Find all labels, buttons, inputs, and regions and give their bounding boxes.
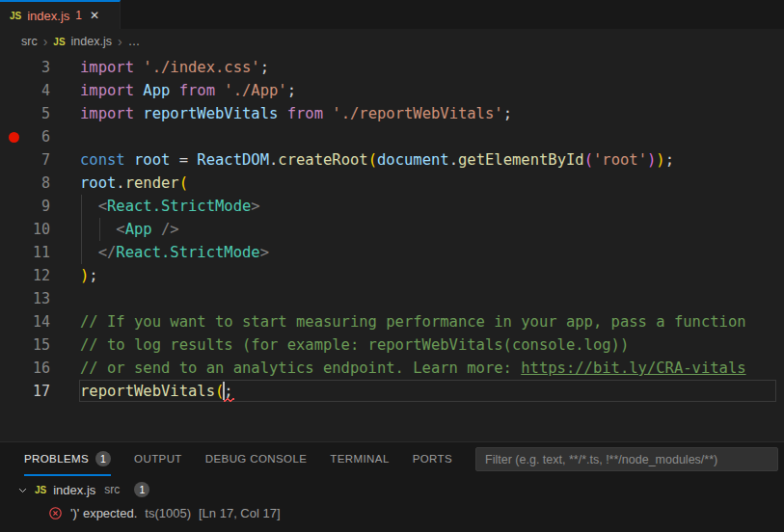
breakpoint-margin[interactable] — [0, 79, 27, 102]
gutter-row: 3 — [0, 56, 80, 79]
panel-tab-bar: PROBLEMS1OUTPUTDEBUG CONSOLETERMINALPORT… — [0, 442, 784, 476]
breakpoint-margin[interactable] — [0, 357, 27, 380]
breakpoint-margin[interactable] — [0, 333, 27, 357]
gutter-row: 13 — [0, 287, 80, 310]
code-token: reportWebVitals — [143, 105, 286, 122]
code-line[interactable]: import App from './App'; — [80, 79, 784, 102]
code-token: from — [179, 82, 225, 99]
code-token: React.StrictMode — [116, 244, 259, 261]
vscode-window: JS index.js 1 ✕ src›JSindex.js›… 3456789… — [0, 0, 784, 532]
line-number: 15 — [27, 336, 50, 354]
line-number: 9 — [27, 198, 50, 215]
breakpoint-margin[interactable] — [0, 218, 27, 241]
tab-file-name: index.js — [27, 9, 69, 23]
breakpoint-margin[interactable] — [0, 241, 27, 264]
breakpoint-margin[interactable] — [0, 287, 27, 310]
breakpoint-margin[interactable] — [0, 102, 27, 125]
code-line[interactable]: root.render( — [80, 172, 784, 195]
code-line[interactable]: <React.StrictMode> — [80, 195, 784, 218]
code-token: ReactDOM — [197, 151, 269, 169]
gutter-row: 5 — [0, 102, 80, 125]
code-token: . — [116, 174, 124, 192]
code-token: ; — [287, 82, 296, 99]
panel-tab-debug-console[interactable]: DEBUG CONSOLE — [205, 442, 308, 476]
code-line[interactable]: // to log results (for example: reportWe… — [80, 333, 784, 357]
line-number: 13 — [27, 290, 50, 307]
gutter-row: 16 — [0, 357, 80, 380]
code-token: < — [80, 198, 107, 215]
breakpoint-margin[interactable] — [0, 264, 27, 287]
code-token: React.StrictMode — [107, 198, 251, 215]
breakpoint-margin[interactable] — [0, 310, 27, 333]
panel-tab-ports[interactable]: PORTS — [413, 442, 452, 476]
line-number: 11 — [27, 244, 50, 261]
code-token: > — [251, 198, 259, 215]
line-number: 5 — [27, 105, 50, 122]
code-line[interactable]: import reportWebVitals from './reportWeb… — [80, 102, 784, 125]
code-line[interactable]: </React.StrictMode> — [80, 241, 784, 264]
panel-tab-terminal[interactable]: TERMINAL — [330, 442, 389, 476]
code-line[interactable]: ); — [80, 264, 784, 287]
breakpoint-margin[interactable] — [0, 380, 27, 403]
line-number: 14 — [27, 313, 50, 331]
breakpoint-margin[interactable] — [0, 195, 27, 218]
breakpoint-margin[interactable] — [0, 125, 27, 148]
code-token: ) — [647, 151, 656, 169]
code-token: import — [80, 59, 143, 76]
code-token: ( — [179, 174, 188, 192]
panel-tab-label: PROBLEMS — [24, 453, 89, 465]
code-token: root — [134, 151, 179, 169]
js-file-icon: JS — [10, 11, 21, 21]
problems-filter-input[interactable] — [475, 447, 778, 471]
comment-link[interactable]: https://bit.ly/CRA-vitals — [521, 359, 745, 377]
code-token: root — [80, 174, 116, 192]
code-line[interactable] — [80, 125, 784, 148]
tab-index-js[interactable]: JS index.js 1 ✕ — [0, 0, 121, 29]
breakpoint-icon — [9, 132, 19, 143]
panel-tab-output[interactable]: OUTPUT — [134, 442, 182, 476]
gutter-row: 8 — [0, 172, 80, 195]
close-icon[interactable]: ✕ — [90, 9, 99, 22]
line-number: 12 — [27, 267, 50, 284]
code-line[interactable]: <App /> — [80, 218, 784, 241]
breakpoint-margin[interactable] — [0, 56, 27, 79]
code-token: ) — [656, 151, 664, 169]
code-token: . — [269, 151, 278, 169]
code-area[interactable]: import './index.css';import App from './… — [80, 56, 784, 403]
gutter-row: 6 — [0, 125, 80, 148]
panel-tab-label: DEBUG CONSOLE — [205, 453, 308, 465]
problems-file-count-badge: 1 — [134, 482, 149, 497]
code-editor[interactable]: 34567891011121314151617 import './index.… — [0, 54, 784, 441]
problems-tree: JS index.js src 1 ')' expected. ts(1005)… — [0, 476, 784, 524]
panel-tab-label: PORTS — [413, 453, 452, 465]
line-number: 17 — [27, 383, 50, 400]
problems-file-row[interactable]: JS index.js src 1 — [0, 478, 784, 501]
breadcrumb-item[interactable]: index.js — [71, 35, 112, 48]
code-line[interactable] — [80, 287, 784, 310]
code-token: reportWebVitals — [80, 383, 215, 400]
breakpoint-margin[interactable] — [0, 172, 27, 195]
breadcrumb-separator-icon: › — [118, 35, 122, 48]
breakpoint-margin[interactable] — [0, 148, 27, 172]
gutter-row: 4 — [0, 79, 80, 102]
editor-gutter[interactable]: 34567891011121314151617 — [0, 56, 80, 403]
code-token: getElementById — [458, 151, 584, 169]
code-token: './index.css' — [143, 59, 259, 76]
problem-row[interactable]: ')' expected. ts(1005) [Ln 17, Col 17] — [0, 501, 784, 524]
code-line[interactable]: import './index.css'; — [80, 56, 784, 79]
line-number: 3 — [27, 59, 50, 76]
breadcrumb-item[interactable]: … — [128, 35, 141, 48]
gutter-row: 15 — [0, 333, 80, 357]
breadcrumb-item[interactable]: src — [21, 35, 38, 48]
code-line[interactable]: // or send to an analytics endpoint. Lea… — [80, 357, 784, 380]
code-line[interactable]: const root = ReactDOM.createRoot(documen… — [80, 148, 784, 172]
code-line[interactable]: reportWebVitals(; — [80, 380, 784, 403]
chevron-down-icon[interactable] — [17, 485, 28, 495]
error-icon — [48, 506, 63, 520]
problem-source: ts(1005) — [145, 506, 191, 520]
panel-tab-problems[interactable]: PROBLEMS1 — [24, 442, 111, 476]
problems-file-name: index.js — [53, 483, 95, 497]
code-line[interactable]: // If you want to start measuring perfor… — [80, 310, 784, 333]
breadcrumb-separator-icon: › — [43, 35, 48, 48]
gutter-row: 9 — [0, 195, 80, 218]
